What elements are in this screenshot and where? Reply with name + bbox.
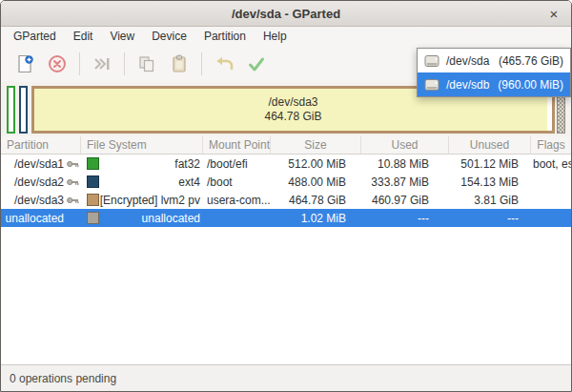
window-title: /dev/sda - GParted: [232, 7, 340, 21]
menu-device[interactable]: Device: [143, 28, 195, 45]
unused-value: 3.81 GiB: [449, 194, 531, 207]
table-row-sda2[interactable]: /dev/sda2 ext4 /boot 488.00 MiB 333.87 M…: [1, 173, 571, 191]
delete-icon: [46, 52, 69, 75]
harddisk-icon: [424, 54, 439, 68]
toolbar-separator: [201, 52, 202, 75]
size-value: 488.00 MiB: [271, 175, 361, 189]
segment-label: /dev/sda3: [268, 95, 317, 110]
copy-icon: [135, 52, 158, 75]
key-icon: [64, 196, 81, 205]
resize-move-icon: [91, 52, 113, 75]
new-partition-button[interactable]: [10, 50, 40, 78]
disk-segment-sda1[interactable]: [7, 86, 15, 134]
used-value: 10.88 MiB: [361, 157, 449, 171]
fs-color-swatch: [87, 212, 99, 224]
partition-name: /dev/sda1: [14, 157, 64, 171]
partition-table: Partition File System Mount Point Size U…: [1, 136, 571, 364]
paste-button[interactable]: [164, 50, 194, 78]
unused-value: 154.13 MiB: [449, 175, 531, 189]
device-size: (960.00 MiB): [498, 78, 563, 92]
size-value: 512.00 MiB: [271, 157, 361, 171]
table-header: Partition File System Mount Point Size U…: [1, 136, 571, 155]
mount-point: usera-com...: [203, 194, 271, 207]
size-value: 1.02 MiB: [271, 212, 361, 225]
fs-name: [Encrypted] lvm2 pv: [99, 194, 203, 207]
device-option-sda[interactable]: /dev/sda (465.76 GiB): [418, 49, 570, 72]
operations-pending-text: 0 operations pending: [10, 372, 116, 385]
undo-icon: [213, 52, 235, 75]
used-value: ---: [361, 212, 449, 225]
menu-view[interactable]: View: [101, 28, 143, 45]
copy-button[interactable]: [132, 50, 162, 78]
menu-partition[interactable]: Partition: [195, 28, 255, 45]
menubar: GParted Edit View Device Partition Help: [1, 27, 571, 46]
partition-name: unallocated: [6, 212, 64, 225]
resize-move-button[interactable]: [87, 50, 117, 78]
header-filesystem: File System: [81, 136, 203, 154]
menu-gparted[interactable]: GParted: [5, 28, 65, 45]
apply-icon: [245, 52, 268, 75]
header-size: Size: [271, 136, 361, 154]
gparted-window: /dev/sda - GParted × GParted Edit View D…: [0, 0, 572, 392]
fs-name: ext4: [99, 175, 203, 189]
used-value: 333.87 MiB: [361, 175, 449, 189]
unused-value: ---: [449, 212, 531, 225]
header-flags: Flags: [531, 136, 571, 154]
fs-color-swatch: [87, 157, 99, 170]
device-name: /dev/sda: [446, 54, 489, 68]
device-dropdown: /dev/sda (465.76 GiB) /dev/sdb (960.00 M…: [417, 48, 571, 97]
toolbar-separator: [124, 52, 125, 75]
key-icon: [64, 177, 81, 187]
paste-icon: [168, 52, 191, 75]
size-value: 464.78 GiB: [271, 194, 361, 207]
used-value: 460.97 GiB: [361, 194, 449, 207]
disk-segment-sda2[interactable]: [19, 86, 28, 134]
fs-name: fat32: [99, 157, 203, 171]
key-icon: [64, 159, 81, 169]
table-row-sda1[interactable]: /dev/sda1 fat32 /boot/efi 512.00 MiB 10.…: [1, 155, 571, 173]
device-option-sdb[interactable]: /dev/sdb (960.00 MiB): [418, 72, 570, 96]
mount-point: /boot: [203, 175, 271, 189]
statusbar: 0 operations pending: [1, 364, 571, 391]
new-partition-icon: [13, 52, 36, 75]
device-name: /dev/sdb: [446, 78, 489, 92]
table-row-sda3[interactable]: /dev/sda3 [Encrypted] lvm2 pv usera-com.…: [1, 191, 571, 209]
fs-color-swatch: [87, 194, 99, 206]
fs-color-swatch: [87, 175, 99, 188]
flags-value: boot, esp: [531, 157, 571, 171]
delete-partition-button[interactable]: [42, 50, 72, 78]
header-unused: Unused: [449, 136, 531, 154]
close-icon[interactable]: ×: [544, 4, 563, 23]
header-mountpoint: Mount Point: [203, 136, 271, 154]
toolbar-separator: [79, 52, 80, 75]
menu-help[interactable]: Help: [255, 28, 296, 45]
apply-button[interactable]: [241, 50, 272, 78]
titlebar: /dev/sda - GParted ×: [1, 1, 571, 27]
partition-name: /dev/sda2: [14, 175, 64, 189]
partition-name: /dev/sda3: [14, 194, 64, 207]
table-empty-area: [1, 227, 571, 364]
harddisk-icon: [424, 78, 439, 92]
header-partition: Partition: [1, 136, 81, 154]
segment-size-label: 464.78 GiB: [264, 110, 321, 124]
device-size: (465.76 GiB): [499, 54, 563, 68]
unused-value: 501.12 MiB: [449, 157, 531, 171]
undo-button[interactable]: [209, 50, 239, 78]
table-row-unallocated[interactable]: unallocated unallocated 1.02 MiB --- ---: [1, 209, 571, 227]
header-used: Used: [361, 136, 449, 154]
fs-name: unallocated: [99, 212, 203, 225]
mount-point: /boot/efi: [203, 157, 271, 171]
menu-edit[interactable]: Edit: [65, 28, 102, 45]
